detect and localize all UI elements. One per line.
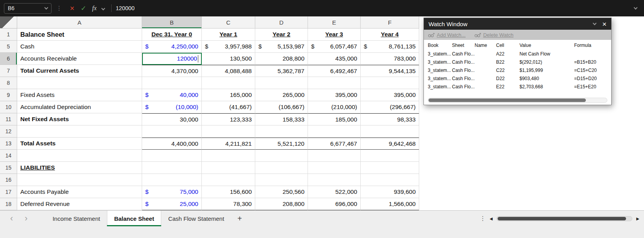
formula-bar-expand-icon[interactable] xyxy=(634,6,638,10)
cell-B10[interactable]: $(10,000) xyxy=(142,101,202,113)
cell-B11[interactable]: 30,000 xyxy=(142,113,202,125)
cell-E6[interactable]: 435,000 xyxy=(308,53,361,65)
insert-function-icon[interactable]: fx xyxy=(92,5,97,12)
cell-C12[interactable] xyxy=(202,125,255,138)
cell-D7[interactable]: 5,362,787 xyxy=(255,65,308,77)
column-header-E[interactable]: E xyxy=(308,16,361,29)
cell-F8[interactable] xyxy=(361,77,419,89)
cell-C14[interactable] xyxy=(202,150,255,162)
cell-B1[interactable]: Dec 31, Year 0 xyxy=(142,29,202,41)
cell-D13[interactable]: 5,521,120 xyxy=(255,138,308,150)
cell-A10[interactable]: Accumulated Depreciation xyxy=(17,101,142,113)
horizontal-scrollbar-thumb[interactable] xyxy=(498,217,626,220)
cell-B13[interactable]: 4,400,000 xyxy=(142,138,202,150)
cell-B18[interactable]: $25,000 xyxy=(142,198,202,210)
cell-B16[interactable] xyxy=(142,174,202,186)
cell-A15[interactable]: LIABILITIES xyxy=(17,162,142,174)
cell-C13[interactable]: 4,211,821 xyxy=(202,138,255,150)
column-header-F[interactable]: F xyxy=(361,16,419,29)
watch-row[interactable]: 3_statem... Cash Flo... E22 $2,703,668 =… xyxy=(424,82,611,91)
cell-A18[interactable]: Deferred Revenue xyxy=(17,198,142,210)
cell-C18[interactable]: 78,300 xyxy=(202,198,255,210)
watch-row[interactable]: 3_statem... Cash Flo... B22 $(292,012) =… xyxy=(424,58,611,66)
cell-E1[interactable]: Year 3 xyxy=(308,29,361,41)
cell-E11[interactable]: 185,000 xyxy=(308,113,361,125)
row-header-8[interactable]: 8 xyxy=(0,77,17,89)
cell-A14[interactable] xyxy=(17,150,142,162)
formula-input[interactable]: 120000 xyxy=(116,5,634,11)
cell-E14[interactable] xyxy=(308,150,361,162)
horizontal-scrollbar-track[interactable] xyxy=(496,216,632,221)
cell-C7[interactable]: 4,088,488 xyxy=(202,65,255,77)
cell-B12[interactable] xyxy=(142,125,202,138)
column-header-A[interactable]: A xyxy=(17,16,142,29)
cell-C16[interactable] xyxy=(202,174,255,186)
cell-F13[interactable]: 9,642,468 xyxy=(361,138,419,150)
watch-row[interactable]: 3_statem... Cash Flo... A22 Net Cash Flo… xyxy=(424,50,611,58)
cell-F12[interactable] xyxy=(361,125,419,138)
cell-A1[interactable]: Balance Sheet xyxy=(17,29,142,41)
cell-B9[interactable]: $40,000 xyxy=(142,89,202,101)
cell-F16[interactable] xyxy=(361,174,419,186)
cell-D12[interactable] xyxy=(255,125,308,138)
cell-B6-selected[interactable]: 120000 xyxy=(142,53,202,65)
cell-C8[interactable] xyxy=(202,77,255,89)
row-header-6[interactable]: 6 xyxy=(0,53,17,65)
cell-E17[interactable]: 522,000 xyxy=(308,186,361,198)
cell-B14[interactable] xyxy=(142,150,202,162)
scrollbar-grip-icon[interactable]: ⋮ xyxy=(480,215,486,222)
cell-E7[interactable]: 6,492,467 xyxy=(308,65,361,77)
row-header-15[interactable]: 15 xyxy=(0,162,17,174)
name-box[interactable]: B6 xyxy=(4,3,52,14)
cell-F17[interactable]: 939,600 xyxy=(361,186,419,198)
row-header-14[interactable]: 14 xyxy=(0,150,17,162)
cell-D9[interactable]: 265,000 xyxy=(255,89,308,101)
cell-A16[interactable] xyxy=(17,174,142,186)
row-header-18[interactable]: 18 xyxy=(0,198,17,210)
cell-D5[interactable]: $5,153,987 xyxy=(255,41,308,53)
cell-A12[interactable] xyxy=(17,125,142,138)
close-icon[interactable]: × xyxy=(602,20,607,28)
cell-D15[interactable] xyxy=(255,162,308,174)
row-header-10[interactable]: 10 xyxy=(0,101,17,113)
cell-F9[interactable]: 395,000 xyxy=(361,89,419,101)
add-watch-button[interactable]: Add Watch... xyxy=(428,32,466,38)
cell-D11[interactable]: 158,333 xyxy=(255,113,308,125)
cell-C9[interactable]: 165,000 xyxy=(202,89,255,101)
sheet-tab-cash-flow-statement[interactable]: Cash Flow Statement xyxy=(161,211,231,226)
cell-A17[interactable]: Accounts Payable xyxy=(17,186,142,198)
cell-D8[interactable] xyxy=(255,77,308,89)
row-header-17[interactable]: 17 xyxy=(0,186,17,198)
sheet-tab-income-statement[interactable]: Income Statement xyxy=(46,211,107,226)
cell-A7[interactable]: Total Current Assets xyxy=(17,65,142,77)
row-header-13[interactable]: 13 xyxy=(0,138,17,150)
row-header-7[interactable]: 7 xyxy=(0,65,17,77)
cell-C1[interactable]: Year 1 xyxy=(202,29,255,41)
cell-F1[interactable]: Year 4 xyxy=(361,29,419,41)
cell-A6[interactable]: Accounts Receivable xyxy=(17,53,142,65)
cell-D17[interactable]: 250,560 xyxy=(255,186,308,198)
cell-E8[interactable] xyxy=(308,77,361,89)
cell-F11[interactable]: 98,333 xyxy=(361,113,419,125)
confirm-icon[interactable]: ✓ xyxy=(81,4,86,13)
row-header-1[interactable]: 1 xyxy=(0,29,17,41)
watch-window-titlebar[interactable]: Watch Window × xyxy=(424,18,611,30)
column-header-B[interactable]: B xyxy=(142,16,202,29)
column-header-C[interactable]: C xyxy=(202,16,255,29)
cell-B15[interactable] xyxy=(142,162,202,174)
sheet-nav-left-icon[interactable]: ‹ xyxy=(10,213,13,224)
cell-A8[interactable] xyxy=(17,77,142,89)
cell-C6[interactable]: 130,500 xyxy=(202,53,255,65)
cell-E12[interactable] xyxy=(308,125,361,138)
cell-C11[interactable]: 123,333 xyxy=(202,113,255,125)
chevron-down-icon[interactable] xyxy=(592,21,596,25)
watch-row[interactable]: 3_statem... Cash Flo... C22 $1,195,999 =… xyxy=(424,66,611,74)
cell-C5[interactable]: $3,957,988 xyxy=(202,41,255,53)
delete-watch-button[interactable]: Delete Watch xyxy=(474,32,514,38)
scroll-right-icon[interactable]: ▶ xyxy=(636,217,639,221)
add-sheet-button[interactable]: + xyxy=(231,211,248,226)
watch-scrollbar-track[interactable] xyxy=(428,98,607,103)
sheet-nav-right-icon[interactable]: › xyxy=(25,213,27,224)
cell-D10[interactable]: (106,667) xyxy=(255,101,308,113)
cell-E18[interactable]: 696,000 xyxy=(308,198,361,210)
